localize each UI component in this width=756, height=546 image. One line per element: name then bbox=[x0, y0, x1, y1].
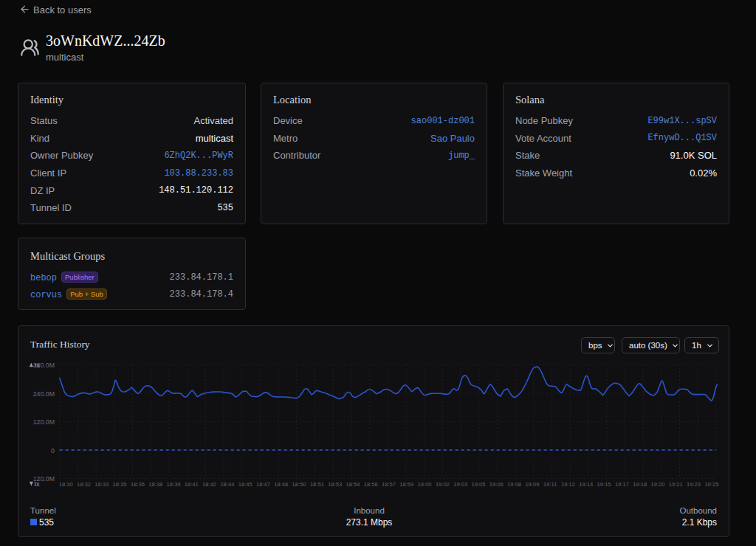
svg-text:19:03: 19:03 bbox=[453, 481, 467, 488]
svg-text:18:48: 18:48 bbox=[274, 481, 288, 488]
svg-text:18:41: 18:41 bbox=[185, 481, 199, 488]
svg-text:18:59: 18:59 bbox=[399, 481, 413, 488]
svg-text:19:23: 19:23 bbox=[687, 481, 701, 488]
svg-text:240.0M: 240.0M bbox=[33, 390, 55, 398]
svg-text:18:54: 18:54 bbox=[346, 481, 360, 488]
svg-text:18:57: 18:57 bbox=[382, 481, 396, 488]
svg-text:19:14: 19:14 bbox=[579, 481, 593, 488]
svg-text:18:36: 18:36 bbox=[131, 481, 145, 488]
svg-text:18:32: 18:32 bbox=[77, 481, 91, 488]
svg-text:18:33: 18:33 bbox=[94, 481, 109, 488]
svg-text:18:47: 18:47 bbox=[256, 481, 270, 488]
svg-text:19:05: 19:05 bbox=[471, 481, 485, 488]
svg-text:19:11: 19:11 bbox=[543, 481, 557, 488]
svg-text:18:50: 18:50 bbox=[292, 481, 306, 488]
svg-text:19:09: 19:09 bbox=[525, 481, 539, 488]
svg-text:19:25: 19:25 bbox=[704, 481, 718, 488]
svg-text:18:56: 18:56 bbox=[364, 481, 378, 488]
svg-text:19:02: 19:02 bbox=[436, 481, 450, 488]
svg-text:19:20: 19:20 bbox=[650, 481, 664, 488]
svg-text:18:30: 18:30 bbox=[59, 481, 73, 488]
svg-text:18:53: 18:53 bbox=[328, 481, 342, 488]
svg-text:rx: rx bbox=[35, 362, 41, 369]
svg-text:0: 0 bbox=[51, 447, 55, 455]
svg-text:19:00: 19:00 bbox=[418, 481, 432, 488]
svg-text:19:21: 19:21 bbox=[669, 481, 683, 488]
svg-text:120.0M: 120.0M bbox=[33, 418, 55, 426]
svg-text:tx: tx bbox=[35, 480, 41, 488]
svg-text:18:44: 18:44 bbox=[220, 481, 234, 488]
svg-text:18:42: 18:42 bbox=[202, 481, 216, 488]
svg-text:18:38: 18:38 bbox=[148, 481, 162, 488]
svg-text:19:18: 19:18 bbox=[633, 481, 647, 488]
svg-text:19:08: 19:08 bbox=[507, 481, 521, 488]
svg-text:18:45: 18:45 bbox=[238, 481, 252, 488]
svg-text:18:39: 18:39 bbox=[166, 481, 180, 488]
svg-text:19:06: 19:06 bbox=[489, 481, 504, 488]
svg-text:18:51: 18:51 bbox=[310, 481, 324, 488]
svg-text:19:15: 19:15 bbox=[597, 481, 611, 488]
svg-text:18:35: 18:35 bbox=[113, 481, 127, 488]
svg-text:19:12: 19:12 bbox=[561, 481, 575, 488]
svg-text:19:17: 19:17 bbox=[615, 481, 629, 488]
